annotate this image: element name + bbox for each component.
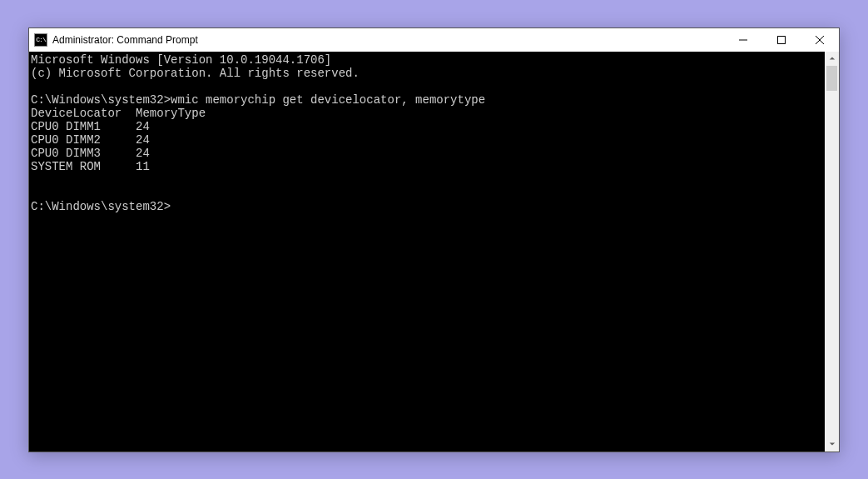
table-row: SYSTEM ROM 11 [31,160,150,173]
svg-rect-1 [778,36,786,43]
scrollbar-track[interactable] [825,66,839,437]
close-button[interactable] [801,28,839,52]
scrollbar-up-button[interactable] [825,52,839,66]
scrollbar-down-button[interactable] [825,437,839,452]
close-icon [816,36,824,44]
icon-text: C:\ [36,36,45,43]
header-line1: Microsoft Windows [Version 10.0.19044.17… [31,53,331,67]
command-prompt-window: C:\ Administrator: Command Prompt Micros… [28,27,840,452]
table-row: CPU0 DIMM2 24 [31,133,150,147]
window-title: Administrator: Command Prompt [52,34,724,46]
titlebar[interactable]: C:\ Administrator: Command Prompt [29,28,839,52]
table-header: DeviceLocator MemoryType [31,107,206,120]
maximize-button[interactable] [762,28,801,52]
header-line2: (c) Microsoft Corporation. All rights re… [31,67,360,80]
minimize-button[interactable] [724,28,762,52]
vertical-scrollbar[interactable] [825,52,839,452]
prompt-2: C:\Windows\system32> [31,200,171,213]
prompt-1: C:\Windows\system32> [31,93,171,107]
minimize-icon [739,36,747,44]
command-1: wmic memorychip get devicelocator, memor… [171,93,485,107]
chevron-up-icon [829,55,836,62]
chevron-down-icon [829,441,836,447]
table-row: CPU0 DIMM3 24 [31,147,150,160]
window-controls [724,28,839,52]
command-prompt-icon: C:\ [34,33,47,47]
console-area: Microsoft Windows [Version 10.0.19044.17… [29,52,839,452]
scrollbar-thumb[interactable] [826,66,837,91]
maximize-icon [777,36,786,44]
table-row: CPU0 DIMM1 24 [31,120,150,133]
console-output[interactable]: Microsoft Windows [Version 10.0.19044.17… [29,52,825,452]
